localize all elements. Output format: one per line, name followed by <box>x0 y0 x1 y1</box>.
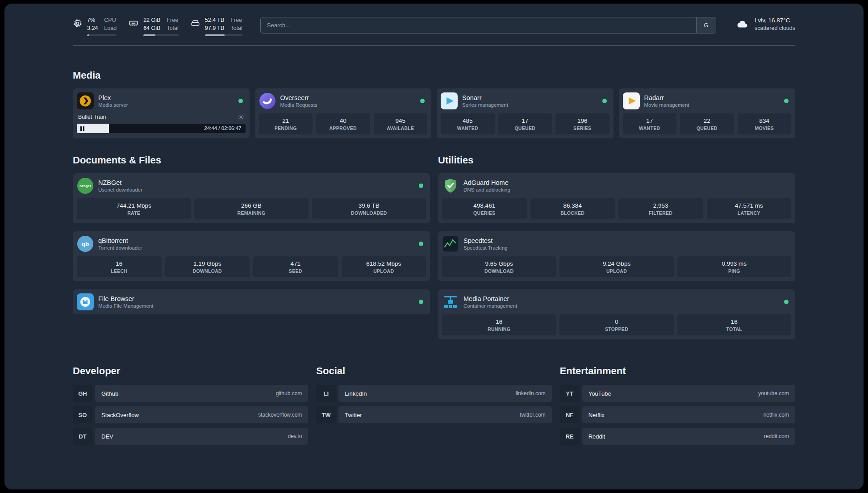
stat-tile: 17 WANTED <box>623 113 677 134</box>
bookmark-netflix[interactable]: NF Netflix netflix.com <box>560 406 795 423</box>
stat-tile: 16 TOTAL <box>677 314 791 335</box>
search-input[interactable] <box>261 17 696 33</box>
stat-tile: 266 GB REMAINING <box>194 198 308 219</box>
top-bar: 7% 3.24 CPU Load <box>73 4 795 36</box>
memory-progress-bar <box>143 34 179 36</box>
qbittorrent-card-header[interactable]: qb qBittorrent Torrent downloader <box>77 235 426 252</box>
service-card-overseerr[interactable]: Overseerr Media Requests 21 PENDING 40 A… <box>255 88 432 138</box>
disk-progress-bar <box>205 34 242 36</box>
stat-tile: 9.65 Gbps DOWNLOAD <box>442 256 556 277</box>
nzbget-card-header[interactable]: nzbget NZBGet Usenet downloader <box>77 177 426 194</box>
topbar-divider <box>73 45 795 46</box>
bookmark-url: stackoverflow.com <box>258 412 302 418</box>
portainer-icon <box>442 293 459 310</box>
speedtest-card-header[interactable]: Speedtest Speedtest Tracking <box>442 235 791 252</box>
bookmark-stackoverflow[interactable]: SO StackOverflow stackoverflow.com <box>73 406 308 423</box>
player-settings-icon[interactable] <box>238 113 244 120</box>
section-title-media: Media <box>73 70 795 81</box>
speedtest-subtitle: Speedtest Tracking <box>463 245 507 251</box>
stat-tile: 0.993 ms PING <box>677 256 791 277</box>
portainer-name: Media Portainer <box>463 295 517 302</box>
sonarr-card-header[interactable]: Sonarr Series management <box>441 92 609 109</box>
plex-subtitle: Media server <box>98 102 128 108</box>
qbittorrent-icon: qb <box>77 235 94 252</box>
portainer-stats: 16 RUNNING 0 STOPPED 16 TOTAL <box>442 314 791 335</box>
memory-icon <box>128 18 139 28</box>
overseerr-name: Overseerr <box>280 94 317 101</box>
media-cards: Plex Media server Bullet Train <box>73 88 795 138</box>
filebrowser-subtitle: Media File Management <box>98 303 153 309</box>
documents-column: Documents & Files nzbget NZBGet Usenet d… <box>73 155 430 322</box>
weather-location: Lviv, 16.87°C <box>755 17 795 24</box>
disk-free: 52.4 TB <box>205 17 225 24</box>
cpu-load: 3.24 <box>87 25 98 32</box>
bookmark-linkedin[interactable]: LI LinkedIn linkedin.com <box>316 385 551 402</box>
plex-name: Plex <box>98 94 128 101</box>
search-bar[interactable]: G <box>260 17 716 33</box>
stat-tile: 485 WANTED <box>441 113 495 134</box>
weather-widget[interactable]: Lviv, 16.87°C scattered clouds <box>734 17 795 31</box>
stat-tile: 471 SEED <box>253 256 338 277</box>
stat-tile: 39.6 TB DOWNLOADED <box>312 198 426 219</box>
stat-tile: 40 APPROVED <box>316 113 370 134</box>
service-card-filebrowser[interactable]: File Browser Media File Management <box>73 289 430 314</box>
service-card-portainer[interactable]: Media Portainer Container management 16 … <box>438 289 795 339</box>
cpu-progress-bar <box>87 34 117 36</box>
bookmark-name: Reddit <box>588 433 605 440</box>
bookmark-reddit[interactable]: RE Reddit reddit.com <box>560 428 795 445</box>
bookmark-name: YouTube <box>588 390 611 397</box>
bookmark-github[interactable]: GH Github github.com <box>73 385 308 402</box>
adguard-stats: 498,461 QUERIES 86,384 BLOCKED 2,953 FIL… <box>442 198 791 219</box>
nzbget-status-dot <box>419 184 423 188</box>
bookmark-abbr: YT <box>560 385 580 402</box>
stat-tile: 9.24 Gbps UPLOAD <box>559 256 673 277</box>
bookmark-dev[interactable]: DT DEV dev.to <box>73 428 308 445</box>
overseerr-card-header[interactable]: Overseerr Media Requests <box>259 92 428 109</box>
portainer-card-header[interactable]: Media Portainer Container management <box>442 293 791 310</box>
bookmark-abbr: DT <box>73 428 92 445</box>
qbittorrent-subtitle: Torrent downloader <box>98 245 142 251</box>
stat-tile: 834 MOVIES <box>738 113 792 134</box>
radarr-card-header[interactable]: Radarr Movie management <box>623 92 792 109</box>
nzbget-name: NZBGet <box>98 179 142 186</box>
radarr-name: Radarr <box>644 94 689 101</box>
dashboard-page: 7% 3.24 CPU Load <box>4 4 864 489</box>
service-card-nzbget[interactable]: nzbget NZBGet Usenet downloader 744.21 M… <box>73 173 430 223</box>
qbittorrent-status-dot <box>419 242 423 246</box>
service-card-radarr[interactable]: Radarr Movie management 17 WANTED 22 QUE… <box>619 88 796 138</box>
radarr-status-dot <box>784 99 789 103</box>
filebrowser-name: File Browser <box>98 295 153 302</box>
plex-card-header[interactable]: Plex Media server <box>77 92 246 109</box>
memory-label-2: Total <box>167 25 178 32</box>
portainer-status-dot <box>784 300 789 304</box>
service-card-sonarr[interactable]: Sonarr Series management 485 WANTED 17 Q… <box>437 88 613 138</box>
nzbget-stats: 744.21 Mbps RATE 266 GB REMAINING 39.6 T… <box>77 198 426 219</box>
service-card-qbittorrent[interactable]: qb qBittorrent Torrent downloader 16 LEE… <box>73 231 430 281</box>
bookmark-url: netflix.com <box>764 412 789 418</box>
cloud-icon <box>734 18 750 30</box>
stat-tile: 1.19 Gbps DOWNLOAD <box>165 256 250 277</box>
bookmark-name: DEV <box>101 433 113 440</box>
now-playing-title: Bullet Train <box>78 114 106 120</box>
bookmark-url: linkedin.com <box>516 390 546 397</box>
filebrowser-card-header[interactable]: File Browser Media File Management <box>77 293 426 310</box>
bookmark-youtube[interactable]: YT YouTube youtube.com <box>560 385 795 402</box>
pause-icon[interactable] <box>80 126 84 131</box>
service-card-speedtest[interactable]: Speedtest Speedtest Tracking 9.65 Gbps D… <box>438 231 795 281</box>
bookmark-twitter[interactable]: TW Twitter twitter.com <box>316 406 551 423</box>
adguard-card-header[interactable]: AdGuard Home DNS and adblocking <box>442 177 791 194</box>
overseerr-subtitle: Media Requests <box>280 102 317 108</box>
search-provider-button[interactable]: G <box>696 17 716 33</box>
bookmark-abbr: RE <box>560 428 580 445</box>
section-title-documents: Documents & Files <box>73 155 430 166</box>
playback-progress-bar[interactable]: 24:44 / 02:06:47 <box>77 124 246 133</box>
cpu-label-1: CPU <box>104 17 117 24</box>
playback-time: 24:44 / 02:06:47 <box>204 125 241 131</box>
sonarr-icon <box>441 92 458 109</box>
memory-widget: 22 GiB 64 GiB Free Total <box>128 17 179 36</box>
disk-total: 97.9 TB <box>205 25 225 32</box>
bookmark-url: twitter.com <box>520 412 545 418</box>
service-card-adguard[interactable]: AdGuard Home DNS and adblocking 498,461 … <box>438 173 795 223</box>
service-card-plex[interactable]: Plex Media server Bullet Train <box>73 88 250 138</box>
cpu-percent: 7% <box>87 17 98 24</box>
